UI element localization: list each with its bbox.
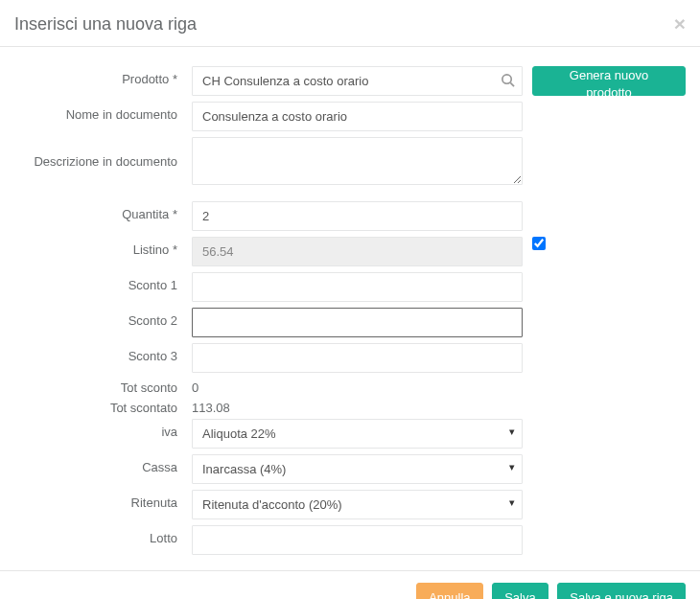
modal-insert-row: Inserisci una nuova riga × Prodotto * Ge…	[0, 0, 700, 599]
sconto3-input[interactable]	[192, 343, 523, 373]
prodotto-input[interactable]	[192, 66, 523, 96]
label-sconto1: Sconto 1	[14, 272, 192, 292]
label-lotto: Lotto	[14, 525, 192, 545]
label-nome-documento: Nome in documento	[14, 102, 192, 122]
quantita-input[interactable]	[192, 201, 523, 231]
modal-title: Inserisci una nuova riga	[14, 14, 686, 35]
modal-body: Prodotto * Genera nuovo prodotto Nome in…	[0, 47, 700, 570]
label-cassa: Cassa	[14, 454, 192, 474]
cassa-select[interactable]: Inarcassa (4%)	[192, 454, 523, 484]
descrizione-documento-textarea[interactable]	[192, 137, 523, 185]
listino-input	[192, 237, 523, 266]
nome-documento-input[interactable]	[192, 102, 523, 131]
salva-button[interactable]: Salva	[492, 583, 548, 599]
iva-select[interactable]: Aliquota 22%	[192, 419, 523, 449]
modal-header: Inserisci una nuova riga ×	[0, 0, 700, 47]
listino-checkbox[interactable]	[532, 237, 546, 250]
sconto2-input[interactable]	[192, 308, 523, 337]
label-iva: iva	[14, 419, 192, 439]
annulla-button[interactable]: Annulla	[416, 583, 482, 599]
close-icon[interactable]: ×	[674, 13, 686, 34]
modal-footer: Annulla Salva Salva e nuova riga	[0, 570, 700, 599]
tot-scontato-value: 113.08	[192, 399, 523, 415]
label-tot-scontato: Tot scontato	[14, 399, 192, 415]
label-ritenuta: Ritenuta	[14, 490, 192, 510]
label-prodotto: Prodotto *	[14, 66, 192, 86]
label-sconto3: Sconto 3	[14, 343, 192, 363]
label-sconto2: Sconto 2	[14, 308, 192, 328]
salva-nuova-riga-button[interactable]: Salva e nuova riga	[557, 583, 686, 599]
label-tot-sconto: Tot sconto	[14, 379, 192, 395]
label-listino: Listino *	[14, 237, 192, 257]
lotto-input[interactable]	[192, 525, 523, 555]
genera-nuovo-prodotto-button[interactable]: Genera nuovo prodotto	[532, 66, 686, 96]
label-descrizione-documento: Descrizione in documento	[14, 137, 192, 169]
ritenuta-select[interactable]: Ritenuta d'acconto (20%)	[192, 490, 523, 519]
sconto1-input[interactable]	[192, 272, 523, 302]
label-quantita: Quantita *	[14, 201, 192, 221]
tot-sconto-value: 0	[192, 379, 523, 395]
